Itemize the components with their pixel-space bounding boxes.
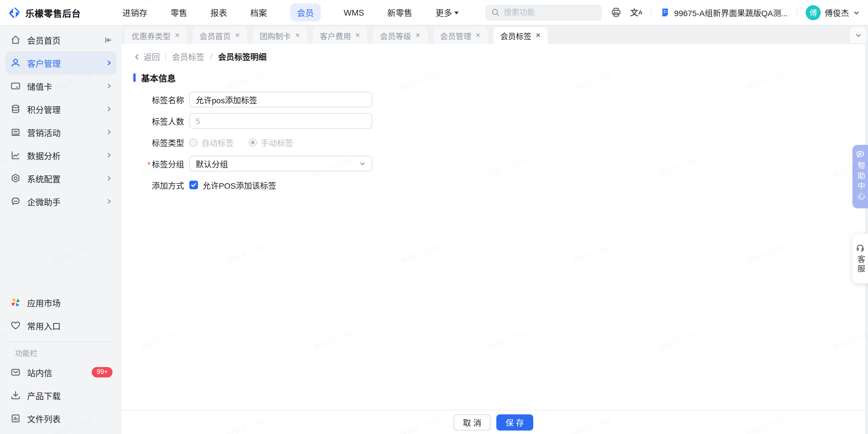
nav-item-archives[interactable]: 档案 (250, 6, 267, 19)
save-button[interactable]: 保 存 (496, 414, 533, 430)
user-icon (10, 58, 21, 68)
tab-member-home[interactable]: 会员首页✕ (192, 27, 247, 44)
sidebar-item-system-config[interactable]: 系统配置 (5, 167, 117, 190)
search-box[interactable] (485, 4, 602, 21)
tab-group-card[interactable]: 团购制卡✕ (253, 27, 307, 44)
label-name-input[interactable] (189, 92, 372, 107)
chevron-down-icon (853, 9, 860, 16)
section-title: 基本信息 (141, 71, 176, 84)
sidebar-item-member-home[interactable]: 会员首页 (5, 28, 117, 51)
label-group-select[interactable]: 默认分组 (189, 156, 372, 172)
back-button[interactable]: 返回 (133, 51, 160, 62)
form-row-add-method: 添加方式 允许POS添加该标签 (133, 177, 865, 193)
tab-member-mgmt[interactable]: 会员管理✕ (433, 27, 487, 44)
checkbox-label: 允许POS添加该标签 (203, 179, 276, 191)
chevron-right-icon (105, 59, 113, 66)
sidebar-item-customer-mgmt[interactable]: 客户管理 (5, 51, 117, 74)
form-row-label-count: 标签人数 (133, 113, 865, 129)
avatar: 傅 (806, 5, 821, 20)
form-row-label-type: 标签类型 自动标签 手动标签 (133, 134, 865, 150)
breadcrumb-divider (166, 53, 166, 61)
gear-icon (10, 173, 21, 184)
download-icon (10, 390, 21, 401)
home-icon (10, 35, 21, 45)
customer-service-button[interactable]: 客服 (852, 234, 868, 283)
close-icon[interactable]: ✕ (295, 32, 300, 39)
sidebar-item-file-list[interactable]: 文件列表 (5, 407, 117, 430)
card-icon (10, 81, 21, 91)
label-count-input (189, 113, 372, 129)
close-icon[interactable]: ✕ (175, 32, 180, 39)
sidebar-item-wecom-assistant[interactable]: 企微助手 (5, 190, 117, 213)
tab-strip: 优惠券类型✕ 会员首页✕ 团购制卡✕ 客户费用✕ 会员等级✕ 会员管理✕ 会员标… (122, 25, 868, 44)
coins-icon (10, 104, 21, 114)
help-center-tab[interactable]: 帮助中心 (852, 145, 868, 208)
nav-item-reports[interactable]: 报表 (210, 6, 227, 19)
primary-nav: 进销存 零售 报表 档案 会员 WMS 新零售 更多 (122, 3, 459, 21)
checkbox-checked-icon[interactable] (189, 181, 198, 189)
tab-coupon-type[interactable]: 优惠券类型✕ (125, 27, 187, 44)
chevron-down-icon (359, 160, 366, 167)
sidebar-bottom: 应用市场 常用入口 功能栏 站内信 99+ 产品下载 (0, 291, 122, 430)
breadcrumb-slash: / (210, 52, 212, 61)
nav-item-member[interactable]: 会员 (290, 3, 320, 21)
sidebar-item-data-analysis[interactable]: 数据分析 (5, 144, 117, 167)
cancel-button[interactable]: 取 消 (454, 414, 491, 430)
sidebar-item-inbox[interactable]: 站内信 99+ (5, 361, 117, 384)
field-label: *标签分组 (133, 158, 184, 169)
chevron-right-icon (105, 175, 113, 182)
form-row-label-group: *标签分组 默认分组 (133, 156, 865, 172)
tab-overflow-button[interactable] (850, 27, 866, 44)
close-icon[interactable]: ✕ (355, 32, 360, 39)
sidebar-item-favorites[interactable]: 常用入口 (5, 314, 117, 337)
printer-icon[interactable] (611, 7, 622, 18)
chat-bubble-icon (10, 196, 21, 207)
required-asterisk: * (148, 160, 151, 169)
nav-item-retail[interactable]: 零售 (170, 6, 187, 19)
nav-item-purchase[interactable]: 进销存 (122, 6, 148, 19)
pos-add-checkbox-row: 允许POS添加该标签 (189, 179, 276, 191)
select-value: 默认分组 (196, 158, 228, 169)
field-label: 添加方式 (133, 179, 184, 191)
user-menu[interactable]: 傅 傅俊杰 (806, 5, 860, 20)
label-type-radio-group: 自动标签 手动标签 (189, 136, 293, 148)
sidebar-item-marketing[interactable]: 营销活动 (5, 121, 117, 144)
translate-icon[interactable]: 文A (630, 8, 642, 17)
caret-down-icon (455, 11, 459, 14)
field-label: 标签类型 (133, 136, 184, 148)
form-footer: 取 消 保 存 (122, 410, 865, 434)
app-window: 乐檬零售后台 进销存 零售 报表 档案 会员 WMS 新零售 更多 文A 996 (0, 0, 868, 434)
close-icon[interactable]: ✕ (475, 32, 480, 39)
app-market-icon (10, 297, 21, 308)
collapse-sidebar-icon[interactable] (104, 35, 113, 44)
chevron-right-icon (105, 105, 113, 113)
nav-item-wms[interactable]: WMS (344, 8, 364, 17)
company-selector[interactable]: 99675-A组新界面果蔬版QA测... (660, 7, 788, 18)
sidebar-section-label: 功能栏 (0, 347, 122, 361)
close-icon[interactable]: ✕ (415, 32, 421, 39)
tab-member-label[interactable]: 会员标签✕ (493, 27, 548, 44)
form-row-label-name: 标签名称 (133, 92, 865, 107)
radio-unchecked-icon (189, 138, 197, 146)
line-chart-icon (10, 150, 21, 160)
sidebar-item-stored-value-card[interactable]: 储值卡 (5, 74, 117, 97)
customer-service-label: 客服 (855, 255, 866, 274)
sidebar-item-points-mgmt[interactable]: 积分管理 (5, 97, 117, 121)
headset-icon (856, 243, 865, 252)
tab-member-level[interactable]: 会员等级✕ (373, 27, 427, 44)
nav-item-more[interactable]: 更多 (435, 6, 459, 19)
sidebar-item-product-download[interactable]: 产品下载 (5, 384, 117, 407)
tab-customer-fee[interactable]: 客户费用✕ (313, 27, 367, 44)
brand-title: 乐檬零售后台 (25, 6, 81, 19)
breadcrumb: 返回 会员标签 / 会员标签明细 (133, 51, 865, 62)
nav-item-new-retail[interactable]: 新零售 (387, 6, 412, 19)
sidebar: 会员首页 客户管理 储值卡 积分管理 营销活动 (0, 25, 122, 434)
main-column: 优惠券类型✕ 会员首页✕ 团购制卡✕ 客户费用✕ 会员等级✕ 会员管理✕ 会员标… (122, 25, 868, 434)
search-input[interactable] (504, 8, 596, 17)
sidebar-item-app-market[interactable]: 应用市场 (5, 291, 117, 314)
breadcrumb-parent[interactable]: 会员标签 (172, 51, 204, 62)
help-icon (856, 150, 865, 159)
close-icon[interactable]: ✕ (235, 32, 240, 39)
chevron-right-icon (105, 129, 113, 135)
close-icon[interactable]: ✕ (535, 32, 541, 39)
